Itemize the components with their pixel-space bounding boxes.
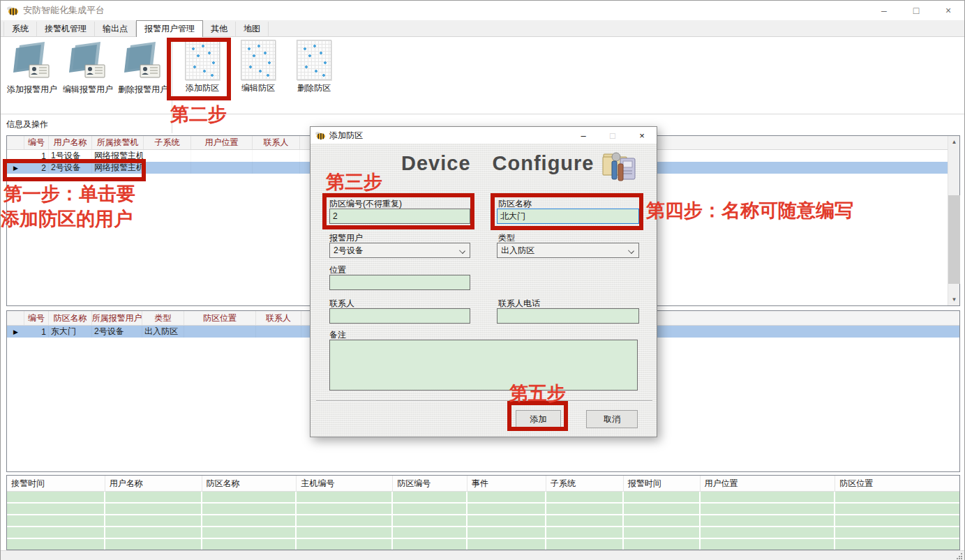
event-empty-row <box>7 504 959 514</box>
add-alarm-user-button[interactable]: 添加报警用户 <box>4 40 60 101</box>
cell-location <box>191 150 253 162</box>
remark-textarea[interactable] <box>329 340 638 391</box>
cell-zone-location <box>184 326 256 338</box>
events-col-host-number[interactable]: 主机编号 <box>297 476 393 491</box>
zone-number-input[interactable] <box>329 209 470 224</box>
minimize-button[interactable]: – <box>868 1 900 20</box>
marker-col-header <box>7 136 24 149</box>
scroll-up-icon[interactable]: ▲ <box>948 136 960 148</box>
events-col-user-location[interactable]: 用户位置 <box>701 476 836 491</box>
users-col-receiver[interactable]: 所属接警机 <box>92 136 144 149</box>
events-col-user-name[interactable]: 用户名称 <box>105 476 202 491</box>
scrollbar-thumb[interactable] <box>948 195 960 284</box>
dialog-banner-title: Device Configure <box>401 152 594 175</box>
scroll-down-icon[interactable]: ▼ <box>948 294 960 305</box>
cell-contact <box>253 162 300 174</box>
folder-user-icon <box>124 40 163 82</box>
resize-grip[interactable] <box>956 552 963 559</box>
app-bee-icon <box>315 130 326 140</box>
maximize-button[interactable]: □ <box>900 1 932 20</box>
zone-type-select[interactable]: 出入防区 <box>497 243 639 258</box>
users-vertical-scrollbar[interactable]: ▲ ▼ <box>948 136 959 305</box>
zones-col-type[interactable]: 类型 <box>142 311 184 325</box>
zone-grid-icon <box>241 40 276 80</box>
cell-owner-user: 2号设备 <box>92 326 142 338</box>
chevron-down-icon <box>628 248 634 254</box>
delete-alarm-user-button[interactable]: 删除报警用户 <box>115 40 171 101</box>
toolbar-separator <box>172 41 172 133</box>
dialog-separator <box>316 400 652 401</box>
events-col-zone-location[interactable]: 防区位置 <box>835 476 959 491</box>
cell-user-name: 2号设备 <box>49 162 92 174</box>
info-section-label: 信息及操作 <box>6 119 48 130</box>
events-col-zone-number[interactable]: 防区编号 <box>393 476 467 491</box>
edit-alarm-user-button[interactable]: 编辑报警用户 <box>60 40 116 101</box>
window-title: 安防智能化集成平台 <box>23 4 105 17</box>
main-window: 安防智能化集成平台 – □ × 系统 接警机管理 输出点 报警用户管理 其他 地… <box>0 0 965 560</box>
cell-location <box>191 162 253 174</box>
zone-type-selected-value: 出入防区 <box>501 245 534 257</box>
chevron-down-icon <box>459 248 465 254</box>
cell-subsystem <box>144 150 191 162</box>
toolbar: 添加报警用户 编辑报警用户 删除报警用户 添 <box>1 37 964 114</box>
add-zone-button[interactable]: 添加防区 <box>174 40 230 101</box>
folder-user-icon <box>13 40 52 82</box>
tab-map[interactable]: 地图 <box>236 22 269 36</box>
row-marker: ▶ <box>7 162 24 174</box>
cell-subsystem <box>144 162 191 174</box>
users-col-location[interactable]: 用户位置 <box>191 136 253 149</box>
dialog-minimize-button[interactable]: – <box>569 127 598 144</box>
alarm-user-selected-value: 2号设备 <box>334 245 364 257</box>
events-col-subsystem[interactable]: 子系统 <box>546 476 624 491</box>
events-col-zone-name[interactable]: 防区名称 <box>202 476 297 491</box>
tab-system[interactable]: 系统 <box>3 22 37 36</box>
title-bar: 安防智能化集成平台 – □ × <box>1 1 964 20</box>
cell-number: 1 <box>24 150 49 162</box>
device-configure-icon <box>601 146 638 186</box>
cell-zone-name: 东大门 <box>49 326 92 338</box>
contact-phone-input[interactable] <box>497 308 639 324</box>
delete-zone-button[interactable]: 删除防区 <box>286 40 342 101</box>
tab-receiver-management[interactable]: 接警机管理 <box>37 22 95 36</box>
zones-col-contact[interactable]: 联系人 <box>256 311 301 325</box>
events-col-event[interactable]: 事件 <box>467 476 546 491</box>
dialog-close-button[interactable]: × <box>627 127 657 144</box>
events-col-alarm-time[interactable]: 报警时间 <box>624 476 701 491</box>
cell-number: 1 <box>24 326 49 338</box>
zones-col-name[interactable]: 防区名称 <box>49 311 92 325</box>
location-input[interactable] <box>329 275 470 290</box>
event-empty-row <box>7 515 959 526</box>
events-table-header: 接警时间 用户名称 防区名称 主机编号 防区编号 事件 子系统 报警时间 用户位… <box>7 476 959 492</box>
zones-col-owner-user[interactable]: 所属报警用户 <box>92 311 142 325</box>
folder-user-icon <box>68 40 107 82</box>
contact-input[interactable] <box>329 308 470 324</box>
toolbar-button-label: 删除报警用户 <box>118 84 168 96</box>
toolbar-button-label: 编辑防区 <box>241 82 275 94</box>
users-col-subsystem[interactable]: 子系统 <box>144 136 191 149</box>
dialog-maximize-button: □ <box>598 127 627 144</box>
add-zone-dialog: 添加防区 – □ × Device Configure 防区编号(不得重复) 防… <box>310 126 657 437</box>
edit-zone-button[interactable]: 编辑防区 <box>230 40 286 101</box>
zones-col-location[interactable]: 防区位置 <box>184 311 256 325</box>
cell-number: 2 <box>24 162 49 174</box>
zone-name-input[interactable] <box>497 209 639 224</box>
row-marker <box>7 150 24 162</box>
users-col-contact[interactable]: 联系人 <box>253 136 300 149</box>
zones-col-number[interactable]: 编号 <box>24 311 49 325</box>
zone-grid-icon <box>297 40 331 80</box>
tab-output-point[interactable]: 输出点 <box>95 22 136 36</box>
users-col-name[interactable]: 用户名称 <box>49 136 92 149</box>
alarm-user-select[interactable]: 2号设备 <box>329 243 470 258</box>
app-bee-icon <box>6 5 19 16</box>
tab-alarm-user-management[interactable]: 报警用户管理 <box>136 20 203 37</box>
tab-other[interactable]: 其他 <box>203 22 236 36</box>
add-button[interactable]: 添加 <box>516 410 561 428</box>
users-col-number[interactable]: 编号 <box>24 136 49 149</box>
cell-type: 出入防区 <box>142 326 184 338</box>
cancel-button[interactable]: 取消 <box>586 410 638 428</box>
close-button[interactable]: × <box>932 1 964 20</box>
marker-col-header <box>7 311 24 325</box>
event-empty-row <box>7 492 959 502</box>
events-col-receive-time[interactable]: 接警时间 <box>7 476 105 491</box>
cell-user-name: 1号设备 <box>49 150 92 162</box>
